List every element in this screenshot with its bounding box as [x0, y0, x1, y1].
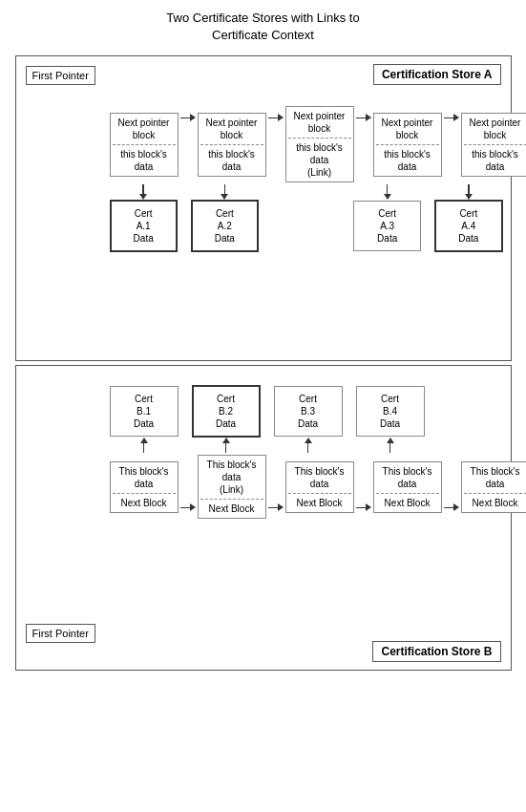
- sb-chain-block-3: This block's data Next Block: [285, 461, 354, 513]
- cert-a3: Cert A.3 Data: [353, 201, 421, 251]
- sb-arrow-1: [180, 503, 196, 519]
- sa-chain-block-4: Next pointer block this block's data: [373, 113, 442, 177]
- sb-chain-block-2: This block's data (Link) Next Block: [198, 455, 266, 519]
- main-container: First Pointer Certification Store A Next…: [15, 55, 512, 671]
- store-b-label: Certification Store B: [372, 641, 500, 662]
- sa-arrow-3: [356, 106, 371, 121]
- sb-chain-block-5: This block's data Next Block: [461, 461, 527, 513]
- sa-chain-block-2: Next pointer block this block's data: [198, 113, 266, 177]
- sa-chain-block-3: Next pointer block this block's data (Li…: [285, 106, 354, 182]
- sb-arrow-4: [444, 503, 459, 519]
- sb-arrow-2: [268, 503, 284, 519]
- store-a-first-pointer: First Pointer: [26, 66, 95, 85]
- page-title: Two Certificate Stores with Links to Cer…: [166, 10, 359, 44]
- store-b: Certification Store B First Pointer Cert…: [15, 365, 512, 671]
- store-a: First Pointer Certification Store A Next…: [15, 55, 512, 361]
- sa-arrow-4: [444, 106, 459, 121]
- cert-a1: Cert A.1 Data: [110, 200, 178, 252]
- cert-b1: Cert B.1 Data: [110, 386, 179, 437]
- sb-chain-block-4: This block's data Next Block: [373, 461, 442, 513]
- cert-b4: Cert B.4 Data: [356, 386, 425, 437]
- sa-arrow-1: [180, 106, 196, 121]
- cert-b3: Cert B.3 Data: [274, 386, 343, 437]
- sb-arrow-3: [356, 503, 371, 519]
- sb-chain-block-1: This block's data Next Block: [110, 461, 179, 513]
- sa-chain-block-5: Next pointer block this block's data: [461, 113, 527, 177]
- cert-b2: Cert B.2 Data: [192, 385, 261, 438]
- sa-arrow-2: [268, 106, 284, 121]
- store-a-label: Certification Store A: [373, 64, 501, 85]
- store-b-first-pointer: First Pointer: [26, 624, 95, 643]
- cert-a2: Cert A.2 Data: [191, 200, 259, 252]
- sa-chain-block-1: Next pointer block this block's data: [110, 113, 179, 177]
- cert-a4: Cert A.4 Data: [434, 200, 502, 252]
